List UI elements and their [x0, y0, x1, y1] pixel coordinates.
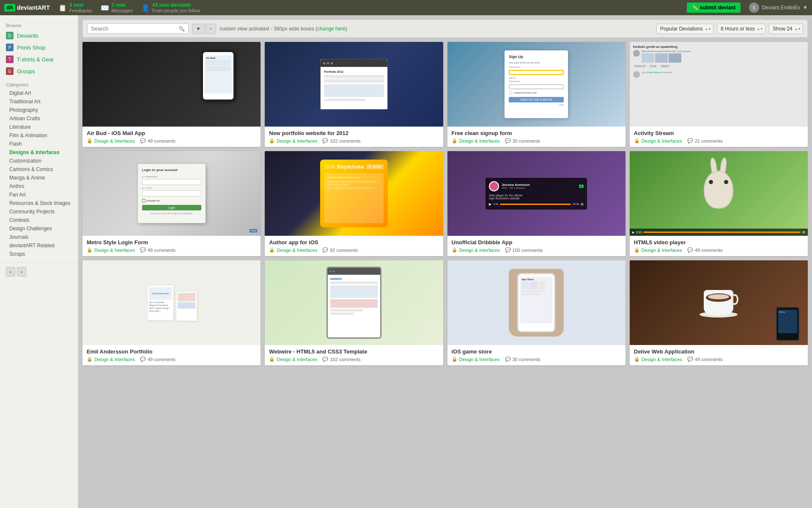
comments-meta: 💬 102 comments [322, 138, 360, 144]
cat-literature[interactable]: Literature [0, 123, 78, 131]
cat-journals[interactable]: Journals [0, 233, 78, 241]
category-link[interactable]: Design & Interfaces [642, 357, 682, 362]
deviation-card[interactable]: App Store [447, 260, 625, 365]
search-box[interactable]: 🔍 [87, 23, 189, 34]
login-form-mockup: Login to your account e: amsterdam p: ••… [138, 164, 206, 223]
cat-manga-anime[interactable]: Manga & Anime [0, 174, 78, 182]
sidebar-item-tshirts[interactable]: T T-shirts & Gear [0, 53, 78, 65]
sidebar-prev-button[interactable]: ‹ [6, 267, 15, 276]
deviation-card[interactable]: 19:30 Boyachaka ✎ Write I want to make t… [265, 151, 443, 256]
category-link[interactable]: Design & Interfaces [459, 138, 500, 144]
category-link[interactable]: Design & Interfaces [94, 357, 135, 362]
sort-select[interactable]: Popular Deviations Newest Most Downloade… [656, 24, 713, 34]
deviation-meta: 🔒 Design & Interfaces 💬 49 comments [87, 247, 256, 253]
deviation-card[interactable]: Portfolio 2012 New portfolio website for… [265, 42, 443, 147]
lock-icon: 🔒 [87, 247, 93, 253]
comment-icon: 💬 [505, 356, 511, 362]
lock-icon: 🔒 [634, 138, 640, 144]
sidebar-next-button[interactable]: › [17, 267, 26, 276]
cat-artisan-crafts[interactable]: Artisan Crafts [0, 114, 78, 123]
change-here-link[interactable]: change here [317, 26, 346, 32]
cat-film-animation[interactable]: Film & Animation [0, 131, 78, 140]
user-dropdown-icon: ▼ [803, 5, 808, 11]
cat-design-challenges[interactable]: Design Challenges [0, 224, 78, 233]
cat-scraps[interactable]: Scraps [0, 250, 78, 258]
deviation-card[interactable]: Delive Delive Web Application 🔒 Design &… [630, 260, 808, 365]
category-link[interactable]: Design & Interfaces [94, 138, 135, 144]
sidebar-item-groups[interactable]: G Groups [0, 65, 78, 77]
deviation-meta: 🔒 Design & Interfaces 💬 21 comments [634, 138, 804, 144]
deviation-card[interactable]: EmilioEx gordie an updatething Hitter på… [630, 42, 808, 147]
category-link[interactable]: Design & Interfaces [642, 248, 682, 253]
deviation-info: Unofficial Dribbble App 🔒 Design & Inter… [447, 236, 625, 256]
user-menu[interactable]: E Deviant EmilioEx ▼ [749, 3, 808, 13]
cat-anthro[interactable]: Anthro [0, 182, 78, 190]
cat-photography[interactable]: Photography [0, 106, 78, 114]
deviation-card[interactable]: Login to your account e: amsterdam p: ••… [82, 151, 261, 256]
submit-icon: ✏️ [692, 5, 698, 11]
category-meta: 🔒 Design & Interfaces [634, 247, 682, 253]
feedbacks-count: 3 new [69, 2, 92, 8]
cat-flash[interactable]: Flash [0, 140, 78, 148]
comments-count: 21 comments [695, 138, 723, 144]
deviation-card[interactable]: Air Bud Air Bud - iOS Mail App 🔒 [82, 42, 261, 147]
deviation-thumbnail: 19:30 Boyachaka ✎ Write I want to make t… [265, 151, 443, 236]
cat-customization[interactable]: Customization [0, 157, 78, 165]
cat-deviantart-related[interactable]: deviantART Related [0, 241, 78, 250]
deviation-meta: 🔒 Design & Interfaces 💬 102 comments [269, 356, 439, 362]
category-link[interactable]: Design & Interfaces [94, 248, 135, 253]
category-link[interactable]: Design & Interfaces [642, 138, 682, 144]
deviants-label: Deviants [17, 33, 38, 39]
cat-resources-stock[interactable]: Resources & Stock Images [0, 199, 78, 207]
cat-contests[interactable]: Contests [0, 216, 78, 224]
comments-meta: 💬 30 comments [505, 138, 540, 144]
comments-meta: 💬 49 comments [687, 356, 723, 362]
messages-nav[interactable]: ✉️ 2 new Messages [101, 2, 133, 13]
comment-icon: 💬 [322, 247, 328, 253]
browser-content: Portfolio 2012 [321, 67, 387, 109]
submit-deviant-button[interactable]: ✏️ submit deviant [687, 3, 741, 13]
cat-traditional-art[interactable]: Traditional Art [0, 97, 78, 106]
category-link[interactable]: Design & Interfaces [277, 248, 317, 253]
cat-community-projects[interactable]: Community Projects [0, 207, 78, 216]
sidebar-item-prints-shop[interactable]: P Prints Shop [0, 41, 78, 53]
logo[interactable]: dA deviantART [4, 4, 50, 11]
app-time: 19:30 [324, 165, 335, 169]
feedbacks-nav[interactable]: 📋 3 new Feedbacks [58, 2, 92, 13]
act-avatar [633, 50, 640, 57]
deviation-meta: 🔒 Design & Interfaces 💬 49 comments [87, 356, 256, 362]
cat-designs-interfaces[interactable]: Designs & Interfaces [0, 148, 78, 157]
deviants-nav[interactable]: 👤 43 new deviants From people you follow [141, 2, 200, 13]
groups-label: Groups [17, 68, 35, 75]
sidebar-item-deviants[interactable]: D Deviants [0, 30, 78, 41]
tshirts-icon: T [6, 55, 14, 63]
category-link[interactable]: Design & Interfaces [459, 357, 500, 362]
signup-form-mockup: Sign Up You want to fill out this form U… [505, 50, 568, 118]
cat-digital-art[interactable]: Digital Art [0, 89, 78, 97]
deviation-card[interactable]: ▶ 2:33 ⊞ HTML5 video player 🔒 D [630, 151, 808, 256]
time-select[interactable]: 8 Hours or less 24 Hours 3 Days 1 Week 1… [717, 24, 765, 34]
cat-cartoons-comics[interactable]: Cartoons & Comics [0, 165, 78, 174]
deviation-title: Delive Web Application [634, 348, 804, 355]
thumb-content: Login to your account e: amsterdam p: ••… [82, 151, 261, 236]
deviation-card[interactable]: Sign Up You want to fill out this form U… [447, 42, 625, 147]
search-input[interactable] [91, 25, 176, 32]
filter-minus-button[interactable]: − [206, 24, 216, 34]
deviation-card[interactable]: webwire Webwire - HTM [265, 260, 443, 365]
sidebar: Browse D Deviants P Prints Shop T T-shir… [0, 15, 78, 508]
act-thumbs [642, 53, 804, 63]
category-link[interactable]: Design & Interfaces [277, 357, 317, 362]
filter-dropdown-button[interactable]: ▼ [192, 24, 205, 34]
category-link[interactable]: Design & Interfaces [277, 138, 317, 144]
act-thumb-sm [655, 53, 668, 63]
toolbar: 🔍 ▼ − custom view activated - 360px wide… [82, 19, 808, 38]
deviation-meta: 🔒 Design & Interfaces 💬 49 comments [87, 138, 256, 144]
cat-fan-art[interactable]: Fan Art [0, 190, 78, 199]
deviation-card[interactable]: Emil Andersson Hey I've Created Elegant … [82, 260, 261, 365]
deviation-card[interactable]: Jessica Axelsson PRO · 302 Followers ● W… [447, 151, 625, 256]
deviation-meta: 🔒 Design & Interfaces 💬 92 comments [269, 247, 439, 253]
category-link[interactable]: Design & Interfaces [459, 248, 500, 253]
activity-row-2: gillan Robert Harrison's adminish [633, 71, 804, 78]
show-select[interactable]: Show 24 Show 12 Show 48 [769, 24, 803, 34]
deviation-thumbnail: Login to your account e: amsterdam p: ••… [82, 151, 261, 236]
